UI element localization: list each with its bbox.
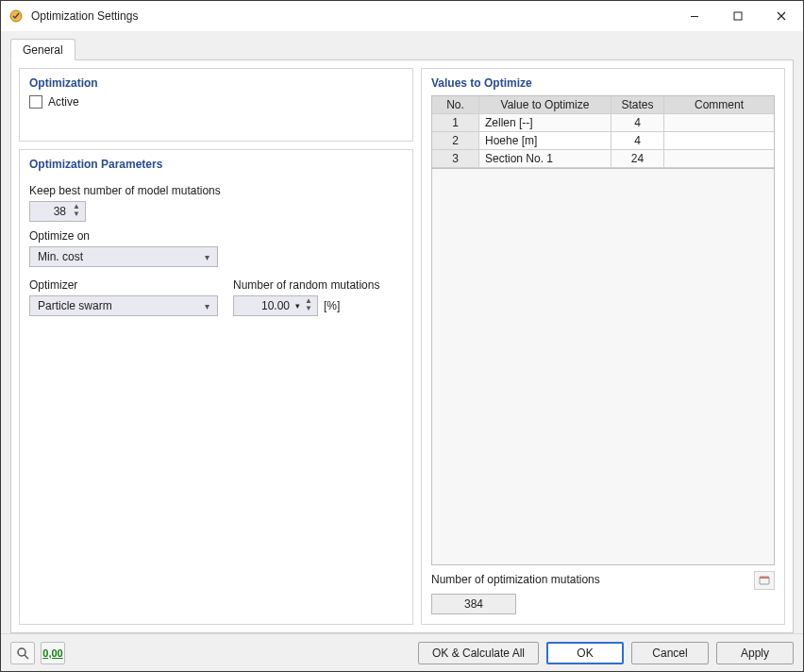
svg-rect-1	[691, 16, 698, 17]
cell-no: 2	[432, 132, 479, 150]
app-icon	[8, 8, 24, 24]
group-optimization-parameters: Optimization Parameters Keep best number…	[19, 149, 413, 625]
table-row[interactable]: 1 Zellen [--] 4	[432, 114, 774, 132]
chevron-down-icon: ▾	[205, 252, 209, 262]
cell-states: 4	[611, 132, 664, 150]
left-column: Optimization Active Optimization Paramet…	[19, 68, 413, 625]
optimization-settings-window: Optimization Settings General Optimizati…	[0, 0, 804, 672]
cancel-button[interactable]: Cancel	[631, 642, 709, 664]
optimize-on-label: Optimize on	[29, 229, 403, 243]
ok-button[interactable]: OK	[546, 642, 624, 664]
tab-general[interactable]: General	[10, 39, 75, 60]
keep-best-value: 38	[40, 205, 72, 218]
svg-point-5	[18, 648, 25, 656]
cell-value: Hoehe [m]	[479, 132, 611, 150]
random-mutations-value: 10.00	[247, 299, 295, 312]
titlebar: Optimization Settings	[1, 1, 803, 31]
optimizer-value: Particle swarm	[38, 299, 112, 312]
ok-calculate-all-button[interactable]: OK & Calculate All	[418, 642, 539, 664]
optimizer-select[interactable]: Particle swarm ▾	[29, 295, 218, 316]
col-value[interactable]: Value to Optimize	[479, 96, 611, 114]
random-mutations-label: Number of random mutations	[233, 278, 403, 292]
cell-no: 1	[432, 114, 479, 132]
window-title: Optimization Settings	[31, 9, 138, 23]
right-column: Values to Optimize No. Value to Optimize…	[421, 68, 785, 625]
optimize-on-select[interactable]: Min. cost ▾	[29, 246, 218, 267]
keep-best-spinner[interactable]: 38 ▲ ▼	[29, 201, 86, 222]
help-button[interactable]	[10, 642, 35, 664]
tabstrip: General	[10, 37, 794, 59]
keep-best-label: Keep best number of model mutations	[29, 184, 403, 197]
maximize-button[interactable]	[716, 1, 760, 31]
table-empty-area	[431, 169, 775, 565]
dialog-footer: 0,00 OK & Calculate All OK Cancel Apply	[1, 633, 803, 671]
cell-comment	[664, 150, 774, 168]
close-button[interactable]	[760, 1, 803, 31]
num-mutations-value: 384	[431, 594, 516, 614]
tab-panel-general: Optimization Active Optimization Paramet…	[10, 59, 794, 633]
cell-value: Zellen [--]	[479, 114, 611, 132]
group-values-to-optimize-title: Values to Optimize	[431, 76, 775, 90]
units-button[interactable]: 0,00	[41, 642, 65, 664]
table-row[interactable]: 3 Section No. 1 24	[432, 150, 774, 168]
cell-no: 3	[432, 150, 479, 168]
cell-states: 4	[611, 114, 664, 132]
group-values-to-optimize: Values to Optimize No. Value to Optimize…	[421, 68, 785, 625]
chevron-down-icon: ▾	[205, 301, 209, 311]
col-no[interactable]: No.	[432, 96, 479, 114]
random-mutations-unit: [%]	[324, 299, 340, 312]
random-mutations-spinner[interactable]: 10.00 ▾ ▲ ▼	[233, 295, 318, 316]
active-label: Active	[48, 95, 79, 109]
spin-down-icon[interactable]: ▼	[304, 306, 313, 313]
minimize-button[interactable]	[673, 1, 716, 31]
chevron-down-icon[interactable]: ▾	[295, 301, 300, 311]
table-row[interactable]: 2 Hoehe [m] 4	[432, 132, 774, 150]
edit-values-button[interactable]	[754, 571, 775, 590]
cell-comment	[664, 132, 774, 150]
apply-button[interactable]: Apply	[716, 642, 794, 664]
num-mutations-label: Number of optimization mutations	[431, 573, 754, 586]
svg-line-6	[25, 655, 28, 659]
group-optimization: Optimization Active	[19, 68, 413, 142]
svg-rect-4	[760, 577, 769, 579]
cell-states: 24	[611, 150, 664, 168]
group-optimization-parameters-title: Optimization Parameters	[29, 158, 403, 171]
col-states[interactable]: States	[611, 96, 664, 114]
active-checkbox[interactable]	[29, 95, 42, 109]
client-area: General Optimization Active Optimization…	[1, 31, 803, 633]
table-header: No. Value to Optimize States Comment	[432, 96, 774, 114]
cell-comment	[664, 114, 774, 132]
cell-value: Section No. 1	[479, 150, 611, 168]
group-optimization-title: Optimization	[29, 76, 403, 90]
optimizer-label: Optimizer	[29, 278, 218, 292]
spin-down-icon[interactable]: ▼	[72, 211, 81, 219]
col-comment[interactable]: Comment	[664, 96, 774, 114]
svg-rect-2	[734, 12, 742, 20]
units-badge-text: 0,00	[42, 647, 62, 659]
values-table: No. Value to Optimize States Comment 1 Z…	[431, 95, 775, 169]
optimize-on-value: Min. cost	[38, 250, 83, 263]
